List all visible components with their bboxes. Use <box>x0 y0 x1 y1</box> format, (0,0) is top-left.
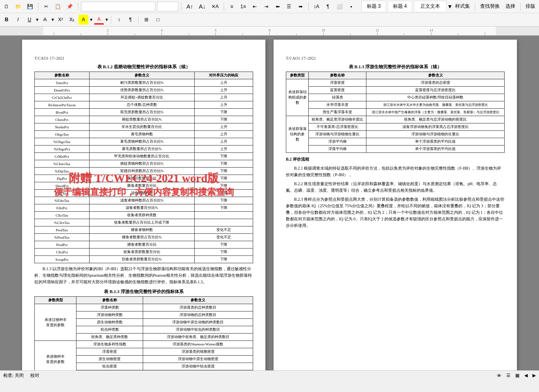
font-grow-button[interactable]: A↑ <box>184 2 195 11</box>
col-param-meaning: 参数含义 <box>89 72 194 79</box>
strikethrough-button[interactable]: A <box>40 15 50 25</box>
bold-button[interactable]: B <box>2 15 11 25</box>
response-cell: 上升 <box>194 79 253 87</box>
param-name-cell: BivalPct <box>35 109 90 116</box>
highlight-button[interactable]: A <box>79 15 88 25</box>
highlight-arrow[interactable]: ▾ <box>90 17 92 23</box>
response-cell: 下降 <box>194 197 253 204</box>
sep5 <box>308 2 309 11</box>
right-toolbar: 标题 3 标题 4 正文文本 ▾ 样式集 查找替换 选择 排版 <box>362 1 537 12</box>
font-size-input[interactable]: 五号 <box>157 2 178 11</box>
layout-button[interactable]: 排版 <box>523 2 537 11</box>
param-meaning-cell: 双壳类群数量所占百分比% <box>89 109 194 116</box>
align-center-button[interactable]: ☰ <box>284 2 294 11</box>
bullets-button[interactable]: ≡ <box>227 2 237 11</box>
nav-prev[interactable]: ◀ <box>524 373 528 378</box>
font-color-arrow[interactable]: ▾ <box>52 17 54 23</box>
table-row: 蓝藻密度 蓝藻密度与总浮游密度比 <box>286 87 505 94</box>
svg-text:8: 8 <box>269 29 270 32</box>
b13-cell-meaning: 浮游动物中枝角类、桡足类密度 <box>143 370 253 371</box>
cut-button[interactable]: ✂ <box>41 2 51 11</box>
b13r-cell: 枝角类、桡足类浮游动物丰度比 <box>309 116 366 123</box>
underline-button[interactable]: U <box>25 15 34 25</box>
paste-button[interactable]: 📌 <box>65 2 75 11</box>
paragraph-spacing-button[interactable]: ¶ <box>126 15 135 25</box>
table-row: %DipTax双翅目种类数所占百分比%下降 <box>35 168 253 175</box>
find-replace-button[interactable]: 查找替换 <box>478 2 502 11</box>
font-color-button[interactable]: A <box>94 15 104 25</box>
shading-button[interactable]: ▪ <box>346 2 356 11</box>
font-name-input[interactable]: Times New Roma <box>81 2 155 11</box>
new-button[interactable]: 🗋 <box>2 2 11 11</box>
response-cell: 变化不定 <box>194 226 253 234</box>
normal-text-button[interactable]: 正文文本 <box>414 1 447 12</box>
status-right: 👁 ☰ ▦ ◀ ▶ <box>497 373 536 378</box>
copy-button[interactable]: 📋 <box>53 2 63 11</box>
b13r-cell-meaning: 单个浮游藻类的平均比值 <box>366 146 505 153</box>
response-cell: 下降 <box>194 109 253 116</box>
fc-arrow[interactable]: ▾ <box>106 17 108 23</box>
param-meaning-cell: 环足摇蚊+摇蚊数量百分比 <box>89 94 194 101</box>
subscript-button[interactable]: X₂ <box>67 15 77 25</box>
sep8 <box>111 16 111 24</box>
border-button[interactable]: ⬜ <box>335 2 345 11</box>
outdent-button[interactable]: ⇤ <box>250 2 260 11</box>
view-icon1[interactable]: 👁 <box>497 373 501 378</box>
col-response: 对外界压力的响应 <box>194 72 253 79</box>
select-button[interactable]: 选择 <box>503 2 517 11</box>
show-marks-button[interactable]: ¶ <box>323 2 333 11</box>
b13-cell-meaning: 浮游藻类的细胞密度 <box>143 348 253 356</box>
param-meaning-cell: 撕食者数量百分比 <box>89 182 194 190</box>
align-right-button[interactable]: ➡ <box>296 2 305 11</box>
sort-button[interactable]: ↕A <box>312 2 321 11</box>
table-b13-bottom-title: 表 B.1.3 浮游生物完整性评价的指标体系 <box>34 289 253 295</box>
open-button[interactable]: 📁 <box>13 2 23 11</box>
font-shrink-button[interactable]: A↓ <box>197 2 207 11</box>
param-meaning-cell: 寡毛类物种数 <box>89 131 194 138</box>
table-row: CllctPct收集者类群数量百分比下降 <box>35 249 253 256</box>
b13r-cell-meaning: 浮游动物与浮游植物的生量比 <box>366 131 505 138</box>
b13-cell: 浮游生物多样性指数 <box>76 341 143 348</box>
param-meaning-cell: 滤食者物种数 <box>89 190 194 197</box>
line-spacing-button[interactable]: ↕ <box>114 15 124 25</box>
italic-button[interactable]: I <box>13 15 23 25</box>
save-button[interactable]: 💾 <box>25 2 35 11</box>
align-left-button[interactable]: ⬅ <box>273 2 283 11</box>
toolbar: 🗋 📁 💾 ✂ 📋 📌 Times New Roma 五号 A↑ A↓ ✕A ≡… <box>0 0 539 27</box>
b13-cell-meaning: 浮游动物中轮虫密度 <box>143 363 253 370</box>
param-name-cell: %PredTax <box>35 234 90 241</box>
table-row: %ChiroTax摇蚊类物种数所占百分比%下降 <box>35 160 253 168</box>
style-set-button[interactable]: 样式集 <box>453 2 472 11</box>
b13-cell: 轮虫密度 <box>76 363 143 370</box>
heading3-button[interactable]: 标题 3 <box>362 1 386 12</box>
para-b13: B.1.3 以浮游生物为评价对象的IBI（P-IBI）选取22个与浮游生物群落结… <box>34 266 253 285</box>
param-meaning-cell: 滤食者物种数所占百分比% <box>89 197 194 204</box>
sep9 <box>138 16 139 24</box>
svg-text:6: 6 <box>215 29 216 32</box>
param-name-cell: RichnessPerTaxon <box>35 101 90 109</box>
underline-arrow[interactable]: ▾ <box>36 17 38 23</box>
doc-scroll[interactable]: T/CAO1 17/-2021 表 B.1.2 底栖动物完整性评价的指标体系（续… <box>0 36 539 370</box>
clear-format-button[interactable]: ✕A <box>209 2 221 11</box>
table-row: 不可食藻类/总浮藻密度比 滤食浮游动物食的浮藻类占总浮游密度比 <box>286 123 505 131</box>
b13-cell: 浮藻种类数 <box>76 304 143 311</box>
response-cell <box>194 219 253 226</box>
status-bar: 检查: 关闭 校对 👁 ☰ ▦ ◀ ▶ <box>0 370 539 380</box>
numbering-button[interactable]: 1≡ <box>238 2 248 11</box>
indent-button[interactable]: ⇥ <box>261 2 271 11</box>
nav-next[interactable]: ▶ <box>532 373 536 378</box>
table-button[interactable]: ⊞ <box>141 15 151 25</box>
table-row: TolerPct耐污类群数量所占百分比%上升 <box>35 79 253 87</box>
response-cell: 下降 <box>194 160 253 168</box>
b13r-cell-meaning: 单个浮游藻类的平均比值 <box>366 138 505 146</box>
b13-type-diversity: 表述物种丰 富度的参数 <box>35 341 76 371</box>
view-icon2[interactable]: ☰ <box>506 373 510 378</box>
shape-button[interactable]: □ <box>153 15 163 25</box>
superscript-button[interactable]: X² <box>56 15 65 25</box>
view-icon3[interactable]: ▦ <box>515 373 519 378</box>
heading4-button[interactable]: 标题 4 <box>388 1 412 12</box>
dropdown-arrow[interactable]: ▾ <box>448 2 451 10</box>
table-row: RichnessPerTaxon总个体数/总种类数上升 <box>35 101 253 109</box>
table-row: 浮游动物与浮游植物生量比 浮游动物与浮游植物的生量比 <box>286 131 505 138</box>
table-row: 表述过物种丰 富度的参数 浮藻种类数 浮游藻类的总种类数目 <box>35 304 253 311</box>
